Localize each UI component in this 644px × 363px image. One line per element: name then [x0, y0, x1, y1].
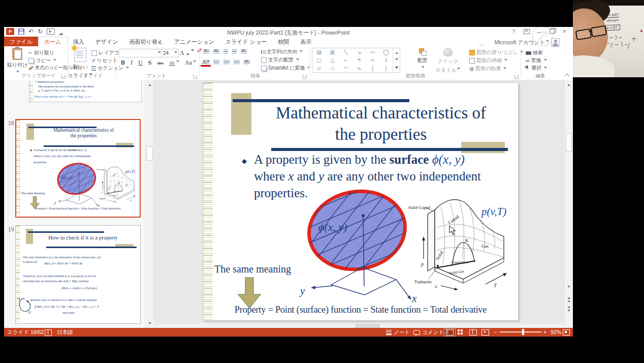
quick-styles-button[interactable]: クイック スタイル	[435, 48, 461, 74]
font-name-combo[interactable]	[119, 49, 163, 57]
main-scroll-thumb[interactable]	[566, 133, 572, 152]
strikethrough-button[interactable]: S	[147, 59, 153, 67]
paragraph-dialog-launcher[interactable]	[303, 74, 307, 79]
tab-animations[interactable]: アニメーション	[169, 37, 220, 46]
redo-icon[interactable]: ↻	[38, 28, 43, 35]
bottom-equivalence-line[interactable]: Property = Point (surface) function = St…	[204, 305, 517, 315]
collapse-ribbon-button[interactable]	[565, 74, 569, 78]
section-icon	[91, 66, 96, 71]
find-icon	[526, 51, 529, 55]
powerpoint-logo-icon[interactable]: P	[6, 28, 14, 35]
ribbon-display-options-button[interactable]	[520, 27, 533, 36]
normal-view-button[interactable]	[444, 329, 455, 336]
thumbnail-scroll-thumb[interactable]	[146, 146, 153, 161]
arrange-button[interactable]: 配置	[413, 48, 432, 71]
qat-customize-icon[interactable]	[59, 30, 63, 35]
numbering-button[interactable]	[213, 49, 219, 54]
shapes-gallery[interactable]: ▤▥╲↘▭◯ ▢△⌐↰⇨⇩ ▱☆◠∿{}	[312, 48, 400, 73]
reading-view-button[interactable]	[469, 329, 477, 336]
thumbnail-scroll-down[interactable]	[145, 320, 154, 328]
help-button[interactable]: ?	[507, 27, 520, 36]
tab-design[interactable]: デザイン	[90, 37, 124, 46]
smartart-button[interactable]: SmartArt に変換	[261, 65, 310, 72]
align-text-button[interactable]: 文字の配置	[261, 56, 299, 64]
thumbnail-scroll-up[interactable]	[145, 80, 154, 88]
justify-button[interactable]	[234, 60, 240, 65]
same-meaning-label[interactable]: The same meaning	[214, 263, 291, 275]
shapes-gallery-scroll[interactable]	[393, 48, 400, 72]
thumbnail-slide-17[interactable]: * Intensive properties: The property not…	[29, 80, 142, 102]
tab-transitions[interactable]: 画面切り替え	[124, 37, 169, 46]
minimize-button[interactable]	[533, 27, 545, 36]
notes-button[interactable]: ノート	[386, 329, 410, 336]
columns-button[interactable]	[244, 60, 250, 65]
main-scroll-up[interactable]	[565, 80, 573, 88]
font-size-combo[interactable]: 24	[162, 49, 179, 57]
tab-review[interactable]: 校閲	[272, 37, 295, 46]
restore-button[interactable]	[545, 27, 558, 36]
thumbnail-scrollbar[interactable]	[145, 80, 154, 328]
clipboard-dialog-launcher[interactable]	[61, 74, 66, 79]
close-button[interactable]: ×	[558, 27, 571, 36]
zoom-slider[interactable]	[500, 331, 541, 332]
slide-canvas[interactable]: Mathematical characteristics of the prop…	[203, 83, 518, 320]
undo-icon[interactable]: ↶	[28, 28, 34, 35]
tab-slideshow[interactable]: スライド ショー	[220, 37, 273, 46]
drawing-dialog-launcher[interactable]	[514, 74, 519, 79]
thumbnail-slide-18[interactable]: Mathematical characteristics of the prop…	[15, 119, 141, 218]
line-spacing-button[interactable]	[241, 49, 247, 54]
start-slideshow-icon[interactable]	[47, 28, 55, 35]
account-menu[interactable]: Microsoft アカウント	[495, 38, 560, 47]
find-button[interactable]: 検索	[526, 49, 543, 56]
bullets-button[interactable]	[203, 49, 209, 54]
align-left-button[interactable]	[203, 60, 209, 65]
slideshow-view-button[interactable]	[481, 329, 489, 336]
copy-button[interactable]: コピー	[28, 57, 56, 64]
zoom-in-button[interactable]: +	[543, 329, 546, 335]
zoom-slider-thumb[interactable]	[522, 329, 524, 335]
tab-home[interactable]: ホーム	[38, 37, 68, 46]
tab-file[interactable]: ファイル	[4, 37, 38, 46]
horizontal-scroll-thumb[interactable]	[356, 324, 380, 328]
select-button[interactable]: 選択	[526, 65, 547, 72]
clear-formatting-button[interactable]	[197, 49, 202, 51]
fit-to-window-button[interactable]	[563, 329, 570, 336]
align-right-button[interactable]	[223, 60, 230, 65]
replace-button[interactable]: ab 置換	[526, 57, 547, 64]
character-spacing-button[interactable]: AV	[168, 60, 180, 66]
paste-button[interactable]: 貼り付け	[7, 48, 27, 76]
shape-effects-button[interactable]: 図形の効果	[469, 65, 506, 72]
increase-indent-button[interactable]	[232, 49, 237, 54]
horizontal-scrollbar[interactable]	[153, 323, 565, 328]
tab-view[interactable]: 表示	[295, 37, 317, 46]
shrink-font-button[interactable]	[188, 49, 195, 53]
shape-outline-button[interactable]: 図形の枠線	[469, 57, 507, 64]
previous-slide-button[interactable]	[565, 295, 573, 302]
comments-button[interactable]: コメント	[413, 329, 444, 336]
underline-button[interactable]: U	[137, 59, 144, 67]
zoom-out-button[interactable]: −	[494, 329, 497, 335]
change-case-button[interactable]: Aa	[184, 59, 197, 67]
decrease-indent-button[interactable]	[223, 49, 228, 54]
align-center-button[interactable]	[213, 60, 219, 65]
zoom-percentage[interactable]: 92%	[551, 329, 561, 335]
main-scroll-down[interactable]	[565, 283, 573, 291]
reset-button[interactable]: ↺ リセット	[91, 57, 117, 64]
cut-button[interactable]: ✂ 切り取り	[28, 49, 54, 56]
slide-thumbnail-panel: * Intensive properties: The property not…	[4, 80, 153, 328]
text-shadow-button[interactable]: abc	[156, 60, 165, 66]
font-dialog-launcher[interactable]	[193, 74, 198, 79]
main-vertical-scrollbar[interactable]	[564, 80, 573, 328]
shapes-grid: ▤▥╲↘▭◯ ▢△⌐↰⇨⇩ ▱☆◠∿{}	[312, 48, 393, 72]
language-indicator[interactable]: 日本語	[57, 329, 73, 336]
proofing-icon[interactable]	[45, 329, 52, 336]
save-icon[interactable]	[18, 28, 24, 35]
italic-button[interactable]: I	[130, 59, 134, 67]
shape-fill-button[interactable]: 図形の塗りつぶし	[469, 49, 523, 56]
slide-sorter-view-button[interactable]	[458, 329, 463, 335]
thumbnail-slide-19[interactable]: How to check if it is a property The tot…	[15, 225, 141, 324]
bold-button[interactable]: B	[120, 59, 126, 67]
tab-insert[interactable]: 挿入	[68, 37, 90, 46]
next-slide-button[interactable]	[565, 307, 573, 313]
text-direction-button[interactable]: 文字列の方向	[261, 48, 303, 55]
